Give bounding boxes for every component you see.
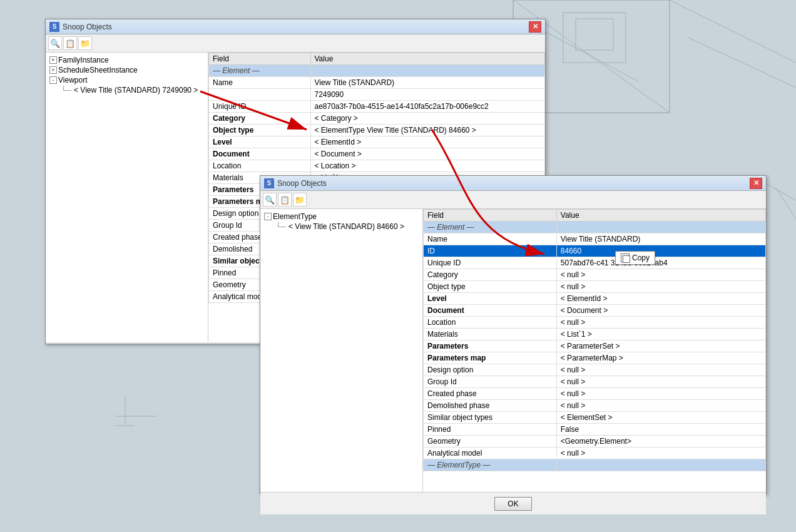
grid-field: Created phase [424, 388, 557, 400]
grid-value: < null > [556, 388, 765, 400]
tree2-item-elementtype[interactable]: - ElementType [263, 212, 420, 222]
window1-close-button[interactable]: ✕ [529, 21, 541, 33]
grid-field: Pinned [424, 424, 557, 436]
grid-value: < Document > [556, 305, 765, 317]
tree-line: └─ [275, 222, 286, 231]
grid-value: < null > [556, 448, 765, 459]
grid-field: Similar object types [424, 412, 557, 424]
grid-value: < ParameterSet > [556, 340, 765, 352]
grid-field: Name [209, 77, 311, 89]
grid-value: 507abd76-c41 314bd-00014ab4 [556, 257, 765, 269]
grid-field: ID [424, 245, 557, 257]
tree-item-family-instance[interactable]: + FamilyInstance [48, 55, 205, 65]
grid-value [556, 222, 765, 233]
grid-field: Unique ID [209, 101, 311, 113]
tree-item-view-title[interactable]: └─ < View Title (STANDARD) 7249090 > [48, 85, 205, 95]
grid-field: Location [424, 317, 557, 329]
grid-field: Demolished phase [424, 400, 557, 412]
window1-open-button[interactable]: 📁 [78, 36, 92, 50]
window1-icon: S [49, 22, 59, 32]
grid-field: Category [424, 269, 557, 281]
copy-label: Copy [632, 253, 650, 262]
window2-footer: OK [260, 492, 766, 514]
grid-field: Geometry [424, 436, 557, 448]
tree-line: └─ [61, 86, 71, 95]
grid-value: < ElementId > [310, 136, 545, 148]
col-value: Value [310, 53, 545, 65]
col-field: Field [424, 210, 557, 222]
grid-field [209, 89, 311, 101]
grid-field: Design option [424, 364, 557, 376]
window2-close-button[interactable]: ✕ [750, 178, 762, 189]
grid-value: < ParameterMap > [556, 352, 765, 364]
grid-value: < null > [556, 400, 765, 412]
window1-copy-button[interactable]: 📋 [63, 36, 77, 50]
grid-value: < null > [556, 281, 765, 293]
ok-button[interactable]: OK [494, 497, 531, 511]
grid-field: Name [424, 233, 557, 245]
tree-expander[interactable]: - [49, 76, 57, 84]
tree-label: Viewport [58, 76, 87, 84]
grid-value [556, 459, 765, 471]
grid-value: < Location > [310, 160, 545, 172]
grid-field: — Element — [209, 65, 311, 77]
grid-value: View Title (STANDARD) [556, 233, 765, 245]
grid-field: Parameters map [424, 352, 557, 364]
svg-rect-3 [563, 13, 626, 63]
grid-value: False [556, 424, 765, 436]
copy-popup[interactable]: Copy [615, 251, 655, 265]
window2-title: Snoop Objects [277, 179, 750, 188]
window1-tree-panel: + FamilyInstance + ScheduleSheetInstance… [46, 53, 208, 342]
tree-label: ElementType [273, 212, 317, 221]
svg-line-2 [544, 31, 638, 81]
tree-label: ScheduleSheetInstance [58, 66, 138, 74]
grid-field: — Element — [424, 222, 557, 233]
grid-value: < Category > [310, 113, 545, 125]
tree-item-viewport[interactable]: - Viewport [48, 75, 205, 85]
tree-item-schedule-sheet[interactable]: + ScheduleSheetInstance [48, 65, 205, 75]
tree-expander[interactable]: + [49, 56, 57, 64]
grid-value: ae870a3f-7b0a-4515-ae14-410fa5c2a17b-006… [310, 101, 545, 113]
window1-search-button[interactable]: 🔍 [48, 36, 62, 50]
grid-value: < ElementType View Title (STANDARD) 8466… [310, 125, 545, 136]
snoop-window-2: S Snoop Objects ✕ 🔍 📋 📁 - ElementType └─… [260, 175, 767, 494]
window2-tree-panel: - ElementType └─ < View Title (STANDARD)… [260, 209, 423, 492]
window2-grid-panel: Field Value — Element —NameView Title (S… [423, 209, 766, 492]
grid-field: Document [424, 305, 557, 317]
grid-field: Location [209, 160, 311, 172]
window2-search-button[interactable]: 🔍 [263, 193, 277, 207]
grid-field: Materials [424, 329, 557, 340]
window2-icon: S [264, 178, 274, 188]
svg-line-5 [670, 0, 796, 63]
grid-value: < null > [556, 364, 765, 376]
grid-value: 7249090 [310, 89, 545, 101]
tree2-item-view-title[interactable]: └─ < View Title (STANDARD) 84660 > [263, 222, 420, 232]
window1-titlebar[interactable]: S Snoop Objects ✕ [46, 19, 545, 34]
window2-copy-button[interactable]: 📋 [278, 193, 292, 207]
grid-field: Object type [209, 125, 311, 136]
grid-field: Document [209, 148, 311, 160]
tree-expander[interactable]: - [264, 213, 272, 220]
window1-toolbar: 🔍 📋 📁 [46, 34, 545, 53]
tree-expander[interactable]: + [49, 66, 57, 74]
grid-value: < null > [556, 376, 765, 388]
grid-value: < List`1 > [556, 329, 765, 340]
window2-toolbar: 🔍 📋 📁 [260, 191, 766, 209]
window2-data-grid: Field Value — Element —NameView Title (S… [423, 209, 766, 471]
grid-field: Parameters [424, 340, 557, 352]
grid-field: Unique ID [424, 257, 557, 269]
copy-icon [621, 253, 630, 262]
grid-field: Object type [424, 281, 557, 293]
grid-value: < Document > [310, 148, 545, 160]
svg-line-6 [688, 38, 796, 88]
grid-value [310, 65, 545, 77]
grid-value: <Geometry.Element> [556, 436, 765, 448]
svg-line-10 [776, 188, 796, 219]
grid-value: < null > [556, 269, 765, 281]
window2-titlebar[interactable]: S Snoop Objects ✕ [260, 176, 766, 191]
window2-open-button[interactable]: 📁 [293, 193, 307, 207]
grid-field: Analytical model [424, 448, 557, 459]
grid-field: — ElementType — [424, 459, 557, 471]
grid-field: Category [209, 113, 311, 125]
grid-field: Level [209, 136, 311, 148]
